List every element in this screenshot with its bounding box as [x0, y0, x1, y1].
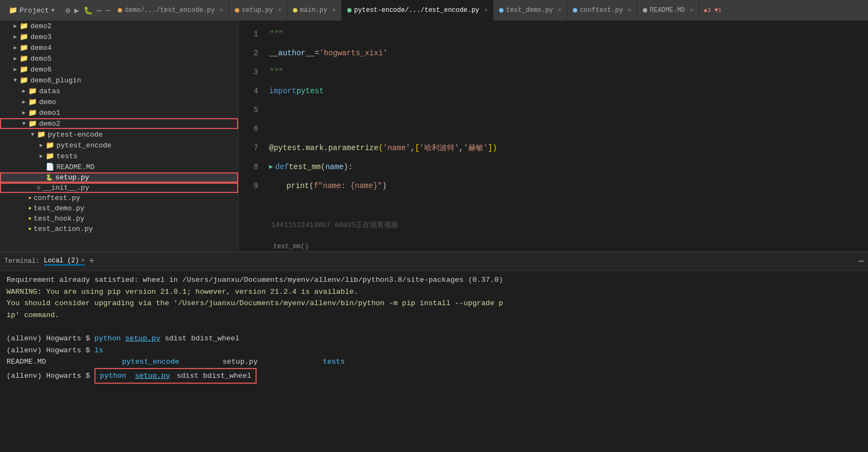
watermark-text: 14411522413867 60025正在观看视频 — [271, 221, 398, 229]
code-param: name — [326, 158, 344, 177]
code-func: print — [286, 177, 309, 196]
code-keyword: import — [269, 82, 296, 101]
folder-icon: 📁 — [20, 33, 28, 41]
terminal-more-button[interactable]: ⋯ — [858, 256, 864, 267]
line-numbers: 1 2 3 4 5 6 7 8 9 — [239, 21, 265, 251]
project-label[interactable]: 📁 Project ▼ — [4, 4, 59, 17]
tab-readme-md[interactable]: README.MD × — [637, 0, 699, 21]
code-decorator: @pytest.mark.parametrize — [269, 139, 379, 158]
code-string: '哈利波特' — [419, 139, 459, 158]
sidebar-item-label: test_demo.py — [34, 204, 85, 212]
sidebar-item-label: setup.py — [55, 173, 89, 182]
sidebar-item-datas[interactable]: ▶ 📁 datas — [0, 86, 238, 96]
sidebar-item-setup-py[interactable]: 🐍 setup.py — [0, 172, 238, 183]
sidebar-item-test-action-py[interactable]: ● test_action.py — [0, 224, 238, 234]
sidebar-item-conftest-py[interactable]: ● conftest.py — [0, 193, 238, 203]
arrow-icon: ▶ — [11, 23, 20, 29]
tab-dot — [347, 8, 352, 12]
terminal-area: Terminal: Local (2) × + ⋯ Requirement al… — [0, 251, 868, 452]
settings-icon[interactable]: ⚙ — [66, 6, 70, 15]
terminal-tab-bar: Terminal: Local (2) × + ⋯ — [0, 252, 868, 271]
terminal-line-6: README.MD pytest_encode setup.py tests — [7, 356, 861, 368]
code-line-5 — [269, 101, 868, 120]
more-icon[interactable]: ⋯ — [97, 6, 101, 15]
code-string: '赫敏' — [464, 139, 488, 158]
code-string: f"name: {name}" — [314, 177, 382, 196]
close-icon[interactable]: × — [690, 7, 694, 14]
run-icon[interactable]: ▶ — [269, 158, 273, 177]
folder-icon: 📁 — [20, 65, 28, 74]
sidebar-item-test-demo-py[interactable]: ● test_demo.py — [0, 203, 238, 214]
terminal-tab-local[interactable]: Local (2) × — [44, 257, 85, 266]
terminal-text: You should consider upgrading via the '/… — [7, 298, 503, 309]
arrow-icon: ▶ — [20, 109, 28, 116]
project-title: Project — [20, 7, 49, 15]
code-line-3: """ — [269, 63, 868, 82]
alert-badge: ▲3 ▼1 — [704, 7, 722, 14]
code-bracket: ] — [488, 139, 492, 158]
sidebar-item-demo3[interactable]: ▶ 📁 demo3 — [0, 31, 238, 42]
sidebar-item-demo1[interactable]: ▶ 📁 demo1 — [0, 107, 238, 118]
sidebar-item-test-hook-py[interactable]: ● test_hook.py — [0, 214, 238, 224]
sidebar-item-init-py[interactable]: ⚙ __init__.py — [0, 183, 238, 193]
terminal-line-7: (allenv) Hogwarts $ python setup.py sdis… — [7, 368, 861, 384]
code-bracket: ) — [493, 139, 497, 158]
sidebar-item-label: pytest-encode — [48, 131, 103, 139]
terminal-cmd: ls — [94, 345, 103, 357]
sidebar-item-label: demo5 — [30, 55, 52, 63]
sidebar-item-demo2-inner[interactable]: ▼ 📁 demo2 — [0, 118, 238, 129]
sidebar-item-pytest-encode[interactable]: ▼ 📁 pytest-encode — [0, 129, 238, 140]
tab-bar: demo/.../test_encode.py × setup.py × mai… — [112, 0, 864, 21]
sidebar-item-demo[interactable]: ▶ 📁 demo — [0, 96, 238, 107]
close-icon[interactable]: × — [81, 257, 85, 264]
code-line-7: @pytest.mark.parametrize('name',['哈利波特',… — [269, 139, 868, 158]
tab-dot — [293, 8, 297, 12]
code-bracket: ( — [379, 139, 383, 158]
tab-test-demo-py[interactable]: test_demo.py × — [494, 0, 567, 21]
sidebar-item-demo6-plugin[interactable]: ▼ 📁 demo6_plugin — [0, 75, 238, 86]
tab-setup-py[interactable]: setup.py × — [229, 0, 288, 21]
sidebar-item-demo6[interactable]: ▶ 📁 demo6 — [0, 64, 238, 75]
terminal-cmd3: sdist bdist_wheel — [173, 370, 252, 382]
terminal-col1: README.MD — [7, 356, 46, 368]
sidebar-item-readme-md[interactable]: 📄 README.MD — [0, 162, 238, 172]
play-icon[interactable]: ▶ — [74, 6, 79, 15]
sidebar-item-demo2[interactable]: ▶ 📁 demo2 — [0, 21, 238, 31]
arrow-icon: ▼ — [28, 132, 37, 138]
tab-conftest-py[interactable]: conftest.py × — [567, 0, 637, 21]
tab-demo-test-encode[interactable]: demo/.../test_encode.py × — [112, 0, 229, 21]
terminal-line-2: WARNING: You are using pip version 21.0.… — [7, 286, 861, 298]
sidebar-item-demo4[interactable]: ▶ 📁 demo4 — [0, 42, 238, 53]
close-icon[interactable]: × — [278, 7, 282, 14]
sidebar-item-demo5[interactable]: ▶ 📁 demo5 — [0, 53, 238, 64]
folder-icon: 📁 — [28, 108, 37, 117]
code-text: ): — [343, 158, 353, 177]
tab-pytest-encode[interactable]: pytest-encode/.../test_encode.py × — [342, 0, 494, 21]
code-text: ( — [309, 177, 314, 196]
code-line-4: import pytest — [269, 82, 868, 101]
terminal-content: Requirement already satisfied: wheel in … — [0, 271, 868, 452]
code-content: """ __author__ = 'hogwarts_xixi' """ imp… — [265, 21, 868, 251]
close-icon[interactable]: × — [220, 7, 224, 14]
code-text: ( — [321, 158, 325, 177]
file-py-icon: 🐍 — [46, 174, 53, 181]
folder-icon: 📁 — [20, 43, 28, 52]
add-terminal-button[interactable]: + — [89, 256, 94, 266]
arrow-icon: ▶ — [11, 34, 20, 40]
terminal-label: Terminal: — [4, 257, 40, 265]
alerts-text: ▲3 ▼1 — [704, 7, 722, 14]
tab-main-py[interactable]: main.py × — [288, 0, 342, 21]
file-dot-icon: ● — [28, 205, 31, 211]
top-bar: 📁 Project ▼ ⚙ ▶ 🐛 ⋯ — demo/.../test_enco… — [0, 0, 868, 21]
sidebar-item-pytest-encode-inner[interactable]: ▶ 📁 pytest_encode — [0, 140, 238, 151]
minimize-icon[interactable]: — — [106, 6, 110, 15]
close-icon[interactable]: × — [628, 7, 631, 14]
arrow-icon: ▼ — [20, 121, 28, 127]
bug-icon[interactable]: 🐛 — [84, 6, 93, 15]
close-icon[interactable]: × — [332, 7, 336, 14]
close-icon[interactable]: × — [558, 7, 561, 14]
arrow-icon: ▶ — [20, 88, 28, 94]
file-dot-icon: ● — [28, 195, 31, 201]
close-icon[interactable]: × — [484, 7, 488, 14]
sidebar-item-tests[interactable]: ▶ 📁 tests — [0, 151, 238, 162]
